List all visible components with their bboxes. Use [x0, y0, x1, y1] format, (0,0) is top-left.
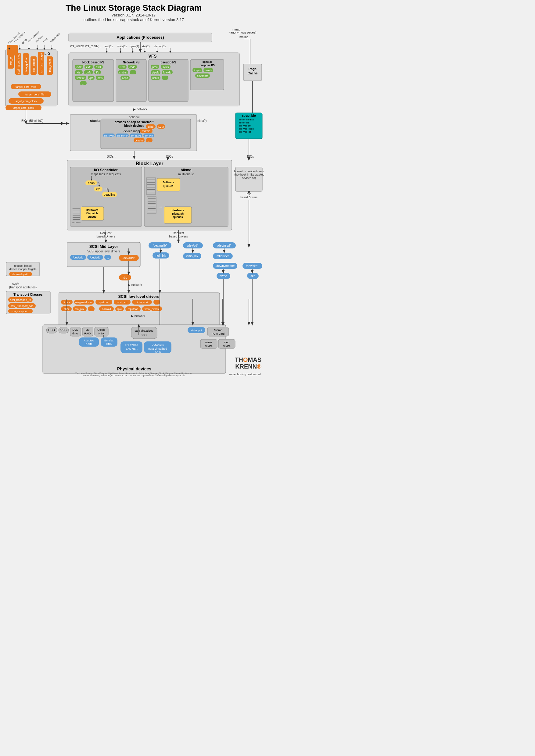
svg-rect-323 — [15, 53, 21, 75]
svg-text:mdraid: mdraid — [142, 129, 150, 133]
svg-rect-62 — [151, 65, 159, 69]
svg-rect-103 — [140, 129, 153, 133]
svg-text:- sector cnt: - sector cnt — [237, 121, 249, 124]
svg-rect-68 — [162, 70, 173, 74]
svg-text:multi queue: multi queue — [178, 173, 194, 176]
svg-rect-122 — [67, 160, 232, 230]
svg-text:dm-crypt: dm-crypt — [104, 134, 114, 137]
svg-text:based Drivers: based Drivers — [169, 235, 188, 238]
svg-text:vfs_writev, vfs_readv, ...: vfs_writev, vfs_readv, ... — [70, 44, 102, 48]
svg-text:scsi_transport_sas: scsi_transport_sas — [10, 305, 34, 308]
svg-rect-288 — [131, 327, 157, 339]
svg-text:nvme: nvme — [220, 274, 227, 278]
svg-text:NFS: NFS — [120, 66, 125, 68]
svg-text:Physical devices: Physical devices — [117, 366, 151, 371]
svg-rect-138 — [81, 207, 104, 220]
svg-rect-192 — [70, 255, 86, 260]
svg-rect-329 — [38, 52, 44, 75]
svg-text:Adaptec: Adaptec — [84, 339, 94, 342]
svg-text:vmw_pvscsi: vmw_pvscsi — [145, 308, 159, 310]
svg-text:dm-multipath: dm-multipath — [13, 273, 28, 276]
svg-text:SCSI upper level drivers: SCSI upper level drivers — [87, 250, 120, 253]
svg-rect-48 — [116, 60, 146, 101]
svg-text:tcm_vhost: tcm_vhost — [48, 59, 51, 72]
svg-rect-46 — [80, 81, 87, 85]
svg-rect-250 — [154, 300, 160, 305]
svg-text:LSI 12Gbs: LSI 12Gbs — [125, 343, 138, 347]
svg-rect-218 — [247, 273, 259, 279]
svg-text:(they hook in like stacked: (they hook in like stacked — [233, 173, 264, 176]
svg-text:special: special — [203, 60, 212, 64]
svg-rect-72 — [162, 76, 168, 80]
svg-text:...: ... — [106, 256, 109, 259]
svg-rect-317 — [6, 50, 57, 106]
svg-text:virtio_blk: virtio_blk — [186, 255, 198, 258]
svg-text:BIO: BIO — [246, 193, 251, 196]
svg-rect-256 — [88, 306, 95, 311]
svg-text:chmod(2): chmod(2) — [154, 45, 166, 48]
svg-text:all drives: all drives — [72, 221, 81, 224]
svg-text:ceph: ceph — [122, 76, 128, 80]
svg-rect-23 — [6, 72, 34, 87]
svg-rect-26 — [72, 60, 114, 101]
svg-text:...: ... — [82, 82, 84, 85]
svg-text:dm-mirror: dm-mirror — [117, 134, 128, 137]
svg-rect-252 — [61, 306, 72, 311]
svg-text:▶ network: ▶ network — [128, 283, 142, 286]
svg-rect-230 — [6, 262, 40, 276]
svg-rect-335 — [18, 92, 51, 97]
svg-rect-115 — [146, 138, 153, 142]
svg-text:Hardware: Hardware — [171, 209, 184, 212]
svg-text:iscsi_target_mod: iscsi_target_mod — [17, 54, 20, 74]
svg-text:RAID: RAID — [85, 343, 92, 346]
svg-text:tcm_fc: tcm_fc — [10, 57, 13, 65]
footer-logo: THOMAS KRENN® server.hosting.customized. — [229, 356, 261, 376]
svg-rect-30 — [84, 65, 93, 69]
svg-text:I/O Scheduler: I/O Scheduler — [94, 168, 118, 172]
svg-rect-42 — [88, 76, 95, 80]
svg-text:target_core_mod: target_core_mod — [15, 85, 36, 88]
svg-rect-337 — [9, 98, 43, 104]
svg-rect-175 — [236, 167, 262, 191]
svg-text:/dev/rssd*: /dev/rssd* — [217, 244, 231, 247]
svg-text:ext2: ext2 — [76, 66, 81, 68]
svg-text:pipefs: pipefs — [152, 71, 159, 74]
svg-rect-128 — [85, 180, 97, 185]
svg-text:Virtual Host: Virtual Host — [50, 32, 61, 43]
svg-rect-291 — [121, 341, 142, 353]
svg-text:LVM: LVM — [158, 125, 164, 128]
svg-text:sysfs: sysfs — [12, 282, 19, 285]
svg-text:VMware's: VMware's — [152, 343, 164, 347]
svg-text:BIOs (Block I/O): BIOs (Block I/O) — [21, 119, 43, 122]
svg-text:based Drivers: based Drivers — [240, 196, 257, 199]
svg-text:(transport attributes): (transport attributes) — [9, 285, 37, 289]
svg-rect-226 — [8, 303, 36, 308]
svg-rect-32 — [94, 65, 103, 69]
svg-rect-107 — [116, 134, 129, 137]
svg-rect-208 — [183, 253, 201, 259]
svg-text:bcache: bcache — [134, 139, 143, 142]
svg-text:open(2): open(2) — [130, 45, 139, 48]
svg-rect-279 — [95, 327, 108, 336]
svg-text:device: device — [223, 344, 231, 347]
footer-credits: The Linux Storage Stack Diagram http://w… — [73, 372, 195, 376]
svg-text:LIO: LIO — [44, 52, 50, 55]
svg-text:drbd: drbd — [148, 125, 154, 128]
svg-rect-248 — [132, 300, 152, 305]
svg-rect-244 — [96, 300, 112, 305]
svg-rect-132 — [94, 187, 102, 191]
svg-text:Queues: Queues — [163, 184, 173, 187]
svg-text:mtip32xx: mtip32xx — [216, 255, 229, 258]
svg-text:▶ network: ▶ network — [131, 314, 146, 318]
svg-rect-54 — [118, 70, 128, 74]
svg-rect-44 — [96, 76, 104, 80]
svg-rect-235 — [119, 274, 131, 281]
svg-text:malloc: malloc — [239, 35, 248, 39]
svg-text:coda: coda — [129, 66, 135, 68]
svg-rect-109 — [130, 134, 142, 137]
svg-rect-189 — [67, 242, 140, 267]
svg-text:iscsi_tcp: iscsi_tcp — [117, 301, 127, 304]
svg-text:Over Ethernet: Over Ethernet — [14, 30, 27, 43]
svg-text:mmap: mmap — [232, 28, 240, 31]
svg-text:Queue: Queue — [88, 215, 97, 218]
